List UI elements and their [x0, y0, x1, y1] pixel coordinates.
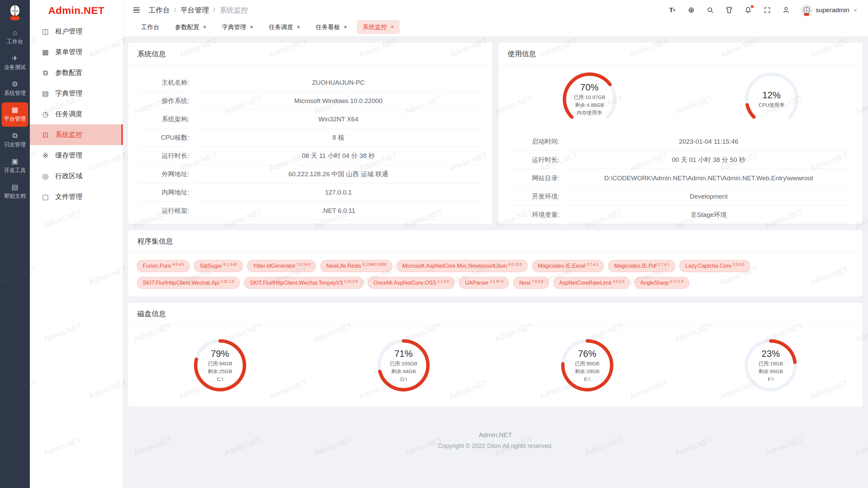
gear-icon: ⚙: [12, 80, 18, 87]
card-title: 磁盘信息: [128, 303, 863, 325]
breadcrumb-separator: /: [174, 6, 176, 14]
brand-logo-text[interactable]: Admin.NET: [30, 0, 123, 21]
breadcrumb: 工作台 / 平台管理 / 系统监控: [149, 5, 248, 15]
theme-shirt-icon[interactable]: [725, 6, 734, 15]
package-tag: AngleSharp0.17.1.0: [634, 277, 689, 289]
sidebar-item-label: 字典管理: [55, 89, 82, 98]
package-tags: Furion.Pure4.8.4.5 SqlSugar5.1.3.42 Yitt…: [128, 253, 863, 297]
disk-ring-e: 76% 已用:90GB 剩余:29GB E:\: [557, 335, 618, 396]
assemblies-card: 程序集信息 Furion.Pure4.8.4.5 SqlSugar5.1.3.4…: [128, 230, 863, 297]
info-row: CPU核数:8 核: [138, 128, 483, 147]
rail-item-business-test[interactable]: ✈ 业务测试: [2, 51, 28, 75]
breadcrumb-workbench[interactable]: 工作台: [149, 5, 170, 15]
sidebar-collapse-icon[interactable]: [132, 6, 141, 14]
logs-icon: ⧉: [13, 132, 18, 139]
sidebar-item-label: 系统监控: [55, 130, 82, 139]
region-icon: ◎: [41, 172, 50, 180]
rail-item-help-docs[interactable]: ▤ 帮助文档: [2, 180, 28, 204]
close-icon[interactable]: ×: [250, 24, 253, 30]
info-row: 外网地址:60.222.128.26 中国 山西 运城 联通: [138, 165, 483, 183]
rail-item-log-admin[interactable]: ⧉ 日志管理: [2, 128, 28, 152]
package-tag: Nest7.0.0.0: [513, 277, 549, 289]
breadcrumb-platform[interactable]: 平台管理: [180, 5, 209, 15]
package-tag: OnceMi.AspNetCore.OSS1.1.9.0: [368, 277, 455, 289]
avatar-mascot-icon: [802, 6, 812, 16]
package-tag: Furion.Pure4.8.4.5: [137, 260, 190, 272]
rail-item-label: 开发工具: [4, 167, 26, 174]
monitor-icon: ⊡: [41, 131, 50, 139]
sidebar-item-label: 任务调度: [55, 109, 82, 119]
package-tag: AspNetCoreRateLimit4.0.2.0: [553, 277, 630, 289]
sidebar-item-dict[interactable]: ▤ 字典管理: [30, 83, 123, 104]
sidebar-item-cache[interactable]: ※ 缓存管理: [30, 145, 123, 166]
language-icon[interactable]: ⊕: [687, 6, 696, 15]
rail-item-label: 业务测试: [4, 64, 26, 71]
app-logo[interactable]: [6, 3, 24, 21]
close-icon[interactable]: ×: [203, 24, 206, 30]
user-menu[interactable]: superadmin: [801, 4, 858, 16]
package-tag: SKIT.FlurlHttpClient.Wechat.Api2.21.1.0: [137, 277, 240, 289]
rail-item-dev-tools[interactable]: ▣ 开发工具: [2, 154, 28, 178]
close-icon[interactable]: ×: [344, 24, 347, 30]
close-icon[interactable]: ×: [297, 24, 300, 30]
breadcrumb-separator: /: [213, 6, 215, 14]
dict-icon: ▤: [41, 89, 50, 98]
disk-ring-c: 79% 已用:94GB 剩余:25GB C:\: [190, 335, 251, 396]
disk-ring-f: 23% 已用:19GB 剩余:65GB F:\: [740, 335, 801, 396]
info-row: 运行框架:.NET 6.0.11: [138, 202, 483, 220]
package-tag: Magicodes.IE.Excel2.7.4.1: [532, 260, 604, 272]
tab-monitor[interactable]: 系统监控 ×: [357, 20, 399, 34]
info-row: 启动时间:2023-01-04 11:15:46: [508, 133, 853, 151]
close-icon[interactable]: ×: [391, 24, 394, 30]
sidebar-item-label: 文件管理: [55, 192, 82, 201]
rail-item-label: 平台管理: [4, 116, 26, 123]
tab-label: 工作台: [141, 23, 159, 31]
tab-label: 参数配置: [175, 23, 199, 31]
menu-grid-icon: ▦: [41, 48, 50, 56]
package-tag: Magicodes.IE.Pdf2.7.4.1: [608, 260, 675, 272]
font-size-icon[interactable]: Tт: [668, 6, 677, 15]
sidebar-item-region[interactable]: ◎ 行政区域: [30, 166, 123, 186]
paper-plane-icon: ✈: [12, 55, 18, 62]
tab-schedule[interactable]: 任务调度 ×: [263, 20, 306, 34]
card-title: 程序集信息: [128, 230, 863, 253]
disk-ring-d: 71% 已用:105GB 剩余:44GB D:\: [373, 335, 434, 396]
notifications-bell-icon[interactable]: [744, 6, 753, 15]
sidebar-item-files[interactable]: ▢ 文件管理: [30, 186, 123, 207]
rail-item-system-admin[interactable]: ⚙ 系统管理: [2, 77, 28, 101]
sidebar-item-monitor[interactable]: ⊡ 系统监控: [30, 124, 123, 145]
tab-dict[interactable]: 字典管理 ×: [216, 20, 259, 34]
tab-workbench[interactable]: 工作台: [135, 20, 165, 34]
profile-icon[interactable]: [782, 6, 791, 15]
chip-icon: ▣: [12, 158, 18, 165]
tabbar: 工作台 参数配置 × 字典管理 × 任务调度 × 任务看板 × 系统监控 ×: [123, 20, 868, 37]
sidebar-item-menu[interactable]: ▦ 菜单管理: [30, 42, 123, 62]
tab-taskboard[interactable]: 任务看板 ×: [310, 20, 353, 34]
search-icon[interactable]: [706, 6, 715, 15]
system-info-rows: 主机名称:ZUOHUAIJUN-PC 操作系统:Microsoft Window…: [128, 65, 492, 223]
rail-item-label: 日志管理: [4, 141, 26, 148]
usage-gauges: 70% 已用:10.97GB 剩余:4.88GB 内存使用率: [498, 65, 863, 130]
doc-icon: ▤: [12, 183, 18, 190]
sidebar-item-schedule[interactable]: ◷ 任务调度: [30, 104, 123, 124]
notification-badge: [751, 5, 754, 8]
usage-info-rows: 启动时间:2023-01-04 11:15:46 运行时长:00 天 01 小时…: [498, 130, 863, 227]
topbar-actions: Tт ⊕: [668, 4, 858, 16]
rail-item-platform-admin[interactable]: ▦ 平台管理: [2, 102, 28, 127]
fullscreen-icon[interactable]: [763, 6, 772, 15]
cache-icon: ※: [41, 151, 50, 160]
package-tag: NewLife.Redis5.1.8401.5009: [320, 260, 392, 272]
rail-item-label: 工作台: [7, 38, 23, 45]
avatar: [801, 4, 812, 16]
info-row: 运行时长:08 天 11 小时 04 分 38 秒: [138, 147, 483, 165]
sidebar-item-tenant[interactable]: ◫ 租户管理: [30, 21, 123, 42]
tab-params[interactable]: 参数配置 ×: [169, 20, 212, 34]
info-row: 内网地址:127.0.0.1: [138, 183, 483, 202]
rail-item-workbench[interactable]: ⌂ 工作台: [2, 25, 28, 49]
usage-info-card: 使用信息 70% 已用:10.97GB: [498, 42, 863, 224]
sidebar-item-label: 行政区域: [55, 171, 82, 181]
cpu-gauge: 12% CPU使用率: [741, 69, 802, 130]
footer-copyright: Copyright © 2022 Dilon All rights reserv…: [128, 443, 863, 450]
sidebar-item-params[interactable]: ⧉ 参数配置: [30, 62, 123, 83]
primary-rail: ⌂ 工作台 ✈ 业务测试 ⚙ 系统管理 ▦ 平台管理 ⧉ 日志管理 ▣ 开发工具…: [0, 0, 30, 488]
